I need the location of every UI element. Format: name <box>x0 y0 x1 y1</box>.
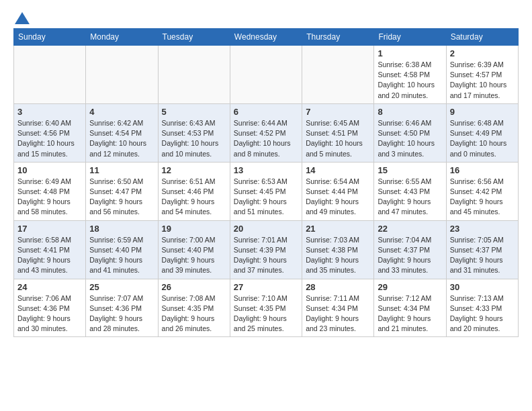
day-info: Sunrise: 7:12 AMSunset: 4:34 PMDaylight:… <box>378 293 442 334</box>
weekday-monday: Monday <box>86 29 158 46</box>
day-cell: 21Sunrise: 7:03 AMSunset: 4:38 PMDayligh… <box>302 220 374 279</box>
day-cell: 4Sunrise: 6:42 AMSunset: 4:54 PMDaylight… <box>86 103 158 162</box>
logo-icon <box>15 12 30 24</box>
weekday-header-row: SundayMondayTuesdayWednesdayThursdayFrid… <box>14 29 519 46</box>
day-cell <box>14 46 86 104</box>
day-cell: 24Sunrise: 7:06 AMSunset: 4:36 PMDayligh… <box>14 279 86 337</box>
day-cell: 28Sunrise: 7:11 AMSunset: 4:34 PMDayligh… <box>302 279 374 337</box>
day-number: 21 <box>306 224 370 234</box>
week-row-1: 1Sunrise: 6:38 AMSunset: 4:58 PMDaylight… <box>14 46 519 104</box>
day-number: 3 <box>17 107 82 117</box>
weekday-thursday: Thursday <box>302 29 374 46</box>
day-cell: 2Sunrise: 6:39 AMSunset: 4:57 PMDaylight… <box>446 46 518 104</box>
day-cell: 7Sunrise: 6:45 AMSunset: 4:51 PMDaylight… <box>302 103 374 162</box>
day-number: 10 <box>17 165 82 175</box>
day-info: Sunrise: 6:55 AMSunset: 4:43 PMDaylight:… <box>378 177 442 218</box>
week-row-5: 24Sunrise: 7:06 AMSunset: 4:36 PMDayligh… <box>14 279 519 337</box>
day-info: Sunrise: 7:07 AMSunset: 4:36 PMDaylight:… <box>89 293 154 334</box>
day-number: 18 <box>89 224 154 234</box>
day-cell: 14Sunrise: 6:54 AMSunset: 4:44 PMDayligh… <box>302 162 374 220</box>
day-info: Sunrise: 7:08 AMSunset: 4:35 PMDaylight:… <box>162 293 226 334</box>
day-info: Sunrise: 6:54 AMSunset: 4:44 PMDaylight:… <box>306 177 370 218</box>
day-number: 2 <box>450 48 515 58</box>
weekday-tuesday: Tuesday <box>158 29 230 46</box>
day-number: 23 <box>450 224 515 234</box>
day-cell: 26Sunrise: 7:08 AMSunset: 4:35 PMDayligh… <box>158 279 230 337</box>
day-info: Sunrise: 6:48 AMSunset: 4:49 PMDaylight:… <box>450 118 515 159</box>
weekday-sunday: Sunday <box>14 29 86 46</box>
day-number: 11 <box>89 165 154 175</box>
day-cell: 8Sunrise: 6:46 AMSunset: 4:50 PMDaylight… <box>374 103 446 162</box>
day-info: Sunrise: 6:59 AMSunset: 4:40 PMDaylight:… <box>89 235 154 276</box>
day-number: 1 <box>378 48 442 58</box>
day-info: Sunrise: 6:51 AMSunset: 4:46 PMDaylight:… <box>162 177 226 218</box>
day-number: 26 <box>162 282 226 292</box>
day-info: Sunrise: 7:13 AMSunset: 4:33 PMDaylight:… <box>450 293 515 334</box>
day-cell: 18Sunrise: 6:59 AMSunset: 4:40 PMDayligh… <box>86 220 158 279</box>
day-number: 9 <box>450 107 515 117</box>
day-number: 8 <box>378 107 442 117</box>
day-cell <box>86 46 158 104</box>
day-cell <box>230 46 302 104</box>
day-cell: 19Sunrise: 7:00 AMSunset: 4:40 PMDayligh… <box>158 220 230 279</box>
day-number: 19 <box>162 224 226 234</box>
day-info: Sunrise: 6:43 AMSunset: 4:53 PMDaylight:… <box>162 118 226 159</box>
day-cell: 10Sunrise: 6:49 AMSunset: 4:48 PMDayligh… <box>14 162 86 220</box>
day-number: 29 <box>378 282 442 292</box>
page: SundayMondayTuesdayWednesdayThursdayFrid… <box>0 0 532 348</box>
header <box>13 11 519 21</box>
day-cell: 12Sunrise: 6:51 AMSunset: 4:46 PMDayligh… <box>158 162 230 220</box>
day-number: 15 <box>378 165 442 175</box>
day-info: Sunrise: 7:05 AMSunset: 4:37 PMDaylight:… <box>450 235 515 276</box>
day-info: Sunrise: 7:04 AMSunset: 4:37 PMDaylight:… <box>378 235 442 276</box>
day-number: 14 <box>306 165 370 175</box>
day-info: Sunrise: 6:39 AMSunset: 4:57 PMDaylight:… <box>450 60 515 101</box>
day-number: 6 <box>234 107 298 117</box>
day-number: 20 <box>234 224 298 234</box>
day-cell: 17Sunrise: 6:58 AMSunset: 4:41 PMDayligh… <box>14 220 86 279</box>
day-info: Sunrise: 6:44 AMSunset: 4:52 PMDaylight:… <box>234 118 298 159</box>
day-info: Sunrise: 6:56 AMSunset: 4:42 PMDaylight:… <box>450 177 515 218</box>
day-cell: 13Sunrise: 6:53 AMSunset: 4:45 PMDayligh… <box>230 162 302 220</box>
day-cell: 23Sunrise: 7:05 AMSunset: 4:37 PMDayligh… <box>446 220 518 279</box>
day-info: Sunrise: 6:38 AMSunset: 4:58 PMDaylight:… <box>378 60 442 101</box>
weekday-friday: Friday <box>374 29 446 46</box>
day-number: 13 <box>234 165 298 175</box>
day-number: 4 <box>89 107 154 117</box>
day-cell: 3Sunrise: 6:40 AMSunset: 4:56 PMDaylight… <box>14 103 86 162</box>
day-info: Sunrise: 6:49 AMSunset: 4:48 PMDaylight:… <box>17 177 82 218</box>
day-info: Sunrise: 7:06 AMSunset: 4:36 PMDaylight:… <box>17 293 82 334</box>
day-cell: 1Sunrise: 6:38 AMSunset: 4:58 PMDaylight… <box>374 46 446 104</box>
day-info: Sunrise: 7:11 AMSunset: 4:34 PMDaylight:… <box>306 293 370 334</box>
day-cell: 16Sunrise: 6:56 AMSunset: 4:42 PMDayligh… <box>446 162 518 220</box>
day-number: 28 <box>306 282 370 292</box>
day-info: Sunrise: 6:46 AMSunset: 4:50 PMDaylight:… <box>378 118 442 159</box>
weekday-wednesday: Wednesday <box>230 29 302 46</box>
day-cell: 29Sunrise: 7:12 AMSunset: 4:34 PMDayligh… <box>374 279 446 337</box>
weekday-saturday: Saturday <box>446 29 518 46</box>
day-number: 24 <box>17 282 82 292</box>
day-cell: 25Sunrise: 7:07 AMSunset: 4:36 PMDayligh… <box>86 279 158 337</box>
day-info: Sunrise: 7:03 AMSunset: 4:38 PMDaylight:… <box>306 235 370 276</box>
day-number: 27 <box>234 282 298 292</box>
day-number: 16 <box>450 165 515 175</box>
day-cell: 5Sunrise: 6:43 AMSunset: 4:53 PMDaylight… <box>158 103 230 162</box>
day-info: Sunrise: 6:40 AMSunset: 4:56 PMDaylight:… <box>17 118 82 159</box>
calendar-table: SundayMondayTuesdayWednesdayThursdayFrid… <box>13 28 519 337</box>
day-number: 25 <box>89 282 154 292</box>
svg-marker-0 <box>15 12 30 24</box>
day-cell: 30Sunrise: 7:13 AMSunset: 4:33 PMDayligh… <box>446 279 518 337</box>
day-number: 17 <box>17 224 82 234</box>
day-cell: 15Sunrise: 6:55 AMSunset: 4:43 PMDayligh… <box>374 162 446 220</box>
day-info: Sunrise: 6:53 AMSunset: 4:45 PMDaylight:… <box>234 177 298 218</box>
day-cell: 22Sunrise: 7:04 AMSunset: 4:37 PMDayligh… <box>374 220 446 279</box>
day-number: 7 <box>306 107 370 117</box>
day-cell <box>158 46 230 104</box>
day-info: Sunrise: 6:50 AMSunset: 4:47 PMDaylight:… <box>89 177 154 218</box>
day-info: Sunrise: 7:00 AMSunset: 4:40 PMDaylight:… <box>162 235 226 276</box>
day-info: Sunrise: 7:10 AMSunset: 4:35 PMDaylight:… <box>234 293 298 334</box>
day-cell: 27Sunrise: 7:10 AMSunset: 4:35 PMDayligh… <box>230 279 302 337</box>
day-cell: 6Sunrise: 6:44 AMSunset: 4:52 PMDaylight… <box>230 103 302 162</box>
week-row-2: 3Sunrise: 6:40 AMSunset: 4:56 PMDaylight… <box>14 103 519 162</box>
day-cell: 9Sunrise: 6:48 AMSunset: 4:49 PMDaylight… <box>446 103 518 162</box>
